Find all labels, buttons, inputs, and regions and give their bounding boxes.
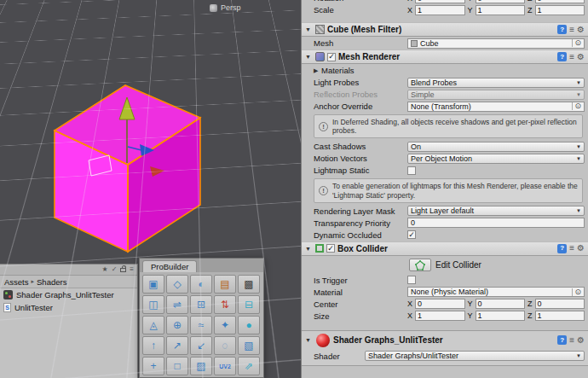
scale-x-field[interactable]: 1	[415, 5, 464, 15]
mesh-filter-header[interactable]: ▼ Cube (Mesh Filter) ? ≡ ⚙	[302, 22, 588, 37]
favorite-star-icon[interactable]: ★	[101, 266, 107, 273]
breadcrumb-assets[interactable]: Assets	[4, 277, 29, 287]
gear-icon[interactable]: ⚙	[577, 53, 585, 61]
box-collider-enabled-checkbox[interactable]: ✓	[326, 244, 335, 253]
center-z-field[interactable]: 0	[535, 299, 585, 309]
rotation-x-field[interactable]: 0	[415, 0, 464, 3]
probuilder-tool-subdivide-object-icon[interactable]: ⊟	[238, 295, 260, 314]
motion-vectors-row: Motion Vectors Per Object Motion ▼	[314, 153, 585, 164]
probuilder-tool-smoothing-groups-icon[interactable]: ◐	[190, 275, 212, 294]
probuilder-tool-extrude-icon[interactable]: ⇗	[238, 357, 260, 375]
probuilder-tool-mirror-objects-icon[interactable]: ⇌	[166, 295, 188, 314]
size-y-field[interactable]: 1	[476, 311, 525, 321]
project-item[interactable]: SUnlitTester	[0, 301, 137, 314]
chevron-down-icon: ▼	[576, 144, 581, 149]
foldout-icon[interactable]: ▼	[305, 26, 313, 32]
presets-icon[interactable]: ≡	[569, 26, 574, 34]
probuilder-tool-uv-editor-icon[interactable]: ◫	[142, 295, 164, 314]
light-probes-label: Light Probes	[314, 78, 407, 87]
scale-row: Scale X1 Y1 Z1	[314, 4, 585, 15]
probuilder-tab[interactable]: ProBuilder	[142, 260, 197, 272]
cast-shadows-dropdown[interactable]: On ▼	[407, 142, 585, 152]
edit-collider-button[interactable]	[409, 259, 431, 271]
rotation-y-field[interactable]: 0	[476, 0, 525, 3]
is-trigger-checkbox[interactable]: ✓	[407, 276, 416, 284]
chevron-down-icon: ▼	[576, 353, 581, 358]
probuilder-tool-select-by-material-icon[interactable]: ▧	[238, 336, 260, 355]
help-icon[interactable]: ?	[557, 244, 567, 253]
object-picker-icon[interactable]: ⊙	[572, 288, 581, 296]
project-item[interactable]: Shader Graphs_UnlitTester	[0, 288, 137, 301]
gear-icon[interactable]: ⚙	[577, 244, 585, 253]
check-icon[interactable]: ✓	[112, 266, 118, 273]
lock-icon[interactable]	[120, 268, 126, 272]
foldout-icon[interactable]: ▶	[314, 67, 321, 74]
probuilder-tool-triangulate-object-icon[interactable]: ◬	[142, 316, 164, 334]
shader-dropdown[interactable]: Shader Graphs/UnlitTester ▼	[365, 351, 585, 361]
menu-icon[interactable]: ≡	[130, 266, 134, 273]
presets-icon[interactable]: ≡	[569, 53, 574, 61]
material-header[interactable]: ▼ Shader Graphs_UnlitTester ? ≡ ⚙	[302, 331, 588, 350]
chevron-down-icon: ▼	[576, 92, 581, 97]
lightmap-static-row: Lightmap Static ✓	[314, 165, 585, 176]
breadcrumb-shaders[interactable]: Shaders	[37, 277, 66, 287]
reflection-probes-dropdown: Simple ▼	[407, 90, 585, 100]
probuilder-tool-merge-objects-icon[interactable]: ⊞	[190, 295, 212, 314]
selected-cube[interactable]	[44, 75, 215, 259]
gear-icon[interactable]: ⚙	[577, 26, 585, 34]
probuilder-tool-grow-selection-icon[interactable]: ↗	[166, 336, 188, 355]
help-icon[interactable]: ?	[557, 52, 567, 61]
probuilder-tool-vertex-colors-icon[interactable]: ▩	[238, 275, 260, 294]
probuilder-tool-generate-uv2-icon[interactable]: UV2	[214, 357, 236, 375]
presets-icon[interactable]: ≡	[569, 336, 574, 345]
scale-y-field[interactable]: 1	[476, 5, 525, 15]
probuilder-tool-conform-normals-icon[interactable]: ≈	[190, 316, 212, 334]
anchor-override-field[interactable]: None (Transform) ⊙	[407, 102, 585, 112]
center-x-field[interactable]: 0	[415, 299, 464, 309]
probuilder-tool-center-pivot-icon[interactable]: ⊕	[166, 316, 188, 334]
physic-material-field[interactable]: None (Physic Material) ⊙	[407, 287, 585, 297]
probuilder-tool-new-poly-shape-icon[interactable]: ◇	[166, 275, 188, 294]
box-collider-header[interactable]: ▼ ✓ Box Collider ? ≡ ⚙	[302, 241, 588, 256]
foldout-icon[interactable]: ▼	[305, 54, 313, 60]
motion-vectors-dropdown[interactable]: Per Object Motion ▼	[407, 154, 585, 164]
materials-foldout-row[interactable]: ▶ Materials	[314, 65, 585, 76]
mesh-renderer-header[interactable]: ▼ ✓ Mesh Renderer ? ≡ ⚙	[302, 49, 588, 64]
mesh-object-field[interactable]: Cube ⊙	[407, 38, 585, 49]
mesh-renderer-enabled-checkbox[interactable]: ✓	[327, 53, 336, 61]
object-picker-icon[interactable]: ⊙	[572, 39, 581, 47]
probuilder-tool-rect-select-mode-icon[interactable]: □	[166, 357, 188, 375]
help-icon[interactable]: ?	[557, 25, 567, 34]
persp-label[interactable]: Persp	[221, 3, 241, 12]
scale-z-field[interactable]: 1	[535, 5, 585, 15]
center-y-field[interactable]: 0	[476, 299, 525, 309]
scene-gizmo-icon[interactable]	[210, 4, 217, 12]
probuilder-titlebar[interactable]: ProBuilder	[140, 259, 263, 272]
lightmap-static-checkbox[interactable]: ✓	[407, 166, 416, 175]
probuilder-tool-flip-normals-icon[interactable]: ⇅	[214, 295, 236, 314]
gear-icon[interactable]: ⚙	[577, 336, 585, 345]
help-icon[interactable]: ?	[557, 335, 567, 345]
presets-icon[interactable]: ≡	[569, 244, 574, 253]
foldout-icon[interactable]: ▼	[305, 246, 313, 252]
rotation-z-field[interactable]: 0	[535, 0, 585, 3]
probuilder-tool-freeze-transform-icon[interactable]: ✦	[214, 316, 236, 334]
probuilder-tool-handle-orientation-icon[interactable]: +	[142, 357, 164, 375]
size-x-field[interactable]: 1	[415, 311, 464, 321]
size-z-field[interactable]: 1	[535, 311, 585, 321]
probuilder-tool-probuilderize-icon[interactable]: ●	[238, 316, 260, 334]
probuilder-tool-select-holes-icon[interactable]: ◌	[214, 336, 236, 355]
probuilder-tool-select-hidden-icon[interactable]: ▨	[190, 357, 212, 375]
probuilder-tool-new-shape-icon[interactable]: ▣	[142, 275, 164, 294]
object-picker-icon[interactable]: ⊙	[572, 102, 581, 110]
rendering-layer-mask-dropdown[interactable]: Light Layer default ▼	[407, 206, 585, 216]
foldout-icon[interactable]: ▼	[305, 337, 313, 343]
probuilder-tool-material-editor-icon[interactable]: ▤	[214, 275, 236, 294]
probuilder-tool-export-asset-icon[interactable]: ↑	[142, 336, 164, 355]
transparency-priority-field[interactable]: 0	[407, 218, 585, 228]
probuilder-tool-shrink-selection-icon[interactable]: ↙	[190, 336, 212, 355]
dynamic-occluded-checkbox[interactable]: ✓	[407, 230, 416, 239]
light-probes-dropdown[interactable]: Blend Probes ▼	[407, 78, 585, 88]
scene-gizmo[interactable]: Persp	[210, 3, 241, 12]
info-icon: !	[319, 122, 328, 131]
